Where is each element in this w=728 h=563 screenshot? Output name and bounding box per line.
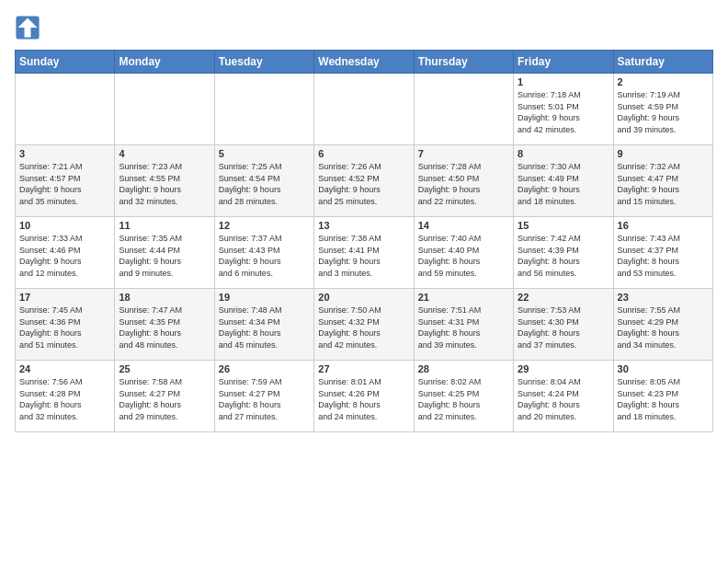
weekday-header: Friday <box>514 51 613 74</box>
day-number: 1 <box>518 76 609 87</box>
day-info: Sunrise: 7:38 AMSunset: 4:41 PMDaylight:… <box>318 233 409 279</box>
logo <box>15 15 44 40</box>
calendar-cell <box>115 74 214 145</box>
day-info: Sunrise: 7:47 AMSunset: 4:35 PMDaylight:… <box>119 304 210 350</box>
day-info: Sunrise: 8:04 AMSunset: 4:24 PMDaylight:… <box>518 376 609 422</box>
day-number: 4 <box>119 148 210 159</box>
day-number: 17 <box>19 292 110 303</box>
calendar-table: SundayMondayTuesdayWednesdayThursdayFrid… <box>15 50 713 432</box>
day-number: 13 <box>318 220 409 231</box>
calendar-cell: 15Sunrise: 7:42 AMSunset: 4:39 PMDayligh… <box>514 217 613 289</box>
weekday-header: Tuesday <box>214 51 313 74</box>
day-info: Sunrise: 7:40 AMSunset: 4:40 PMDaylight:… <box>418 233 509 279</box>
day-info: Sunrise: 7:21 AMSunset: 4:57 PMDaylight:… <box>19 161 110 207</box>
calendar-cell: 6Sunrise: 7:26 AMSunset: 4:52 PMDaylight… <box>314 145 414 217</box>
calendar-cell: 30Sunrise: 8:05 AMSunset: 4:23 PMDayligh… <box>613 361 712 432</box>
day-number: 12 <box>219 220 310 231</box>
weekday-header: Sunday <box>16 51 115 74</box>
day-number: 10 <box>19 220 110 231</box>
day-number: 30 <box>618 363 709 374</box>
calendar-cell: 10Sunrise: 7:33 AMSunset: 4:46 PMDayligh… <box>16 217 115 289</box>
calendar-cell: 8Sunrise: 7:30 AMSunset: 4:49 PMDaylight… <box>514 145 613 217</box>
day-info: Sunrise: 7:18 AMSunset: 5:01 PMDaylight:… <box>518 89 609 135</box>
day-number: 19 <box>219 292 310 303</box>
day-info: Sunrise: 7:45 AMSunset: 4:36 PMDaylight:… <box>19 304 110 350</box>
calendar-cell: 5Sunrise: 7:25 AMSunset: 4:54 PMDaylight… <box>214 145 313 217</box>
day-info: Sunrise: 7:35 AMSunset: 4:44 PMDaylight:… <box>119 233 210 279</box>
day-info: Sunrise: 7:25 AMSunset: 4:54 PMDaylight:… <box>219 161 310 207</box>
day-number: 15 <box>518 220 609 231</box>
calendar-cell: 18Sunrise: 7:47 AMSunset: 4:35 PMDayligh… <box>115 289 214 361</box>
day-info: Sunrise: 7:43 AMSunset: 4:37 PMDaylight:… <box>618 233 709 279</box>
weekday-header: Wednesday <box>314 51 414 74</box>
calendar-cell: 17Sunrise: 7:45 AMSunset: 4:36 PMDayligh… <box>16 289 115 361</box>
calendar-cell: 14Sunrise: 7:40 AMSunset: 4:40 PMDayligh… <box>414 217 513 289</box>
day-info: Sunrise: 7:19 AMSunset: 4:59 PMDaylight:… <box>618 89 709 135</box>
weekday-header: Saturday <box>613 51 712 74</box>
calendar-cell: 7Sunrise: 7:28 AMSunset: 4:50 PMDaylight… <box>414 145 513 217</box>
day-number: 2 <box>618 76 709 87</box>
calendar-cell: 4Sunrise: 7:23 AMSunset: 4:55 PMDaylight… <box>115 145 214 217</box>
day-number: 28 <box>418 363 509 374</box>
calendar-cell: 2Sunrise: 7:19 AMSunset: 4:59 PMDaylight… <box>613 74 712 145</box>
calendar-cell: 27Sunrise: 8:01 AMSunset: 4:26 PMDayligh… <box>314 361 414 432</box>
day-info: Sunrise: 7:48 AMSunset: 4:34 PMDaylight:… <box>219 304 310 350</box>
day-number: 22 <box>518 292 609 303</box>
calendar-cell: 23Sunrise: 7:55 AMSunset: 4:29 PMDayligh… <box>613 289 712 361</box>
calendar-cell: 11Sunrise: 7:35 AMSunset: 4:44 PMDayligh… <box>115 217 214 289</box>
calendar-cell: 20Sunrise: 7:50 AMSunset: 4:32 PMDayligh… <box>314 289 414 361</box>
calendar-cell: 28Sunrise: 8:02 AMSunset: 4:25 PMDayligh… <box>414 361 513 432</box>
day-info: Sunrise: 8:01 AMSunset: 4:26 PMDaylight:… <box>318 376 409 422</box>
calendar-cell <box>314 74 414 145</box>
calendar-cell: 1Sunrise: 7:18 AMSunset: 5:01 PMDaylight… <box>514 74 613 145</box>
calendar-week-row: 3Sunrise: 7:21 AMSunset: 4:57 PMDaylight… <box>16 145 713 217</box>
day-number: 11 <box>119 220 210 231</box>
day-number: 18 <box>119 292 210 303</box>
day-info: Sunrise: 7:32 AMSunset: 4:47 PMDaylight:… <box>618 161 709 207</box>
day-number: 24 <box>19 363 110 374</box>
calendar-cell: 16Sunrise: 7:43 AMSunset: 4:37 PMDayligh… <box>613 217 712 289</box>
day-info: Sunrise: 7:56 AMSunset: 4:28 PMDaylight:… <box>19 376 110 422</box>
day-number: 25 <box>119 363 210 374</box>
day-info: Sunrise: 7:51 AMSunset: 4:31 PMDaylight:… <box>418 304 509 350</box>
day-number: 5 <box>219 148 310 159</box>
calendar-cell: 21Sunrise: 7:51 AMSunset: 4:31 PMDayligh… <box>414 289 513 361</box>
day-number: 20 <box>318 292 409 303</box>
day-info: Sunrise: 7:37 AMSunset: 4:43 PMDaylight:… <box>219 233 310 279</box>
day-info: Sunrise: 8:02 AMSunset: 4:25 PMDaylight:… <box>418 376 509 422</box>
day-info: Sunrise: 7:58 AMSunset: 4:27 PMDaylight:… <box>119 376 210 422</box>
logo-icon <box>15 15 40 40</box>
day-info: Sunrise: 7:42 AMSunset: 4:39 PMDaylight:… <box>518 233 609 279</box>
day-info: Sunrise: 7:33 AMSunset: 4:46 PMDaylight:… <box>19 233 110 279</box>
calendar-cell: 13Sunrise: 7:38 AMSunset: 4:41 PMDayligh… <box>314 217 414 289</box>
day-number: 26 <box>219 363 310 374</box>
day-info: Sunrise: 7:55 AMSunset: 4:29 PMDaylight:… <box>618 304 709 350</box>
calendar-cell: 25Sunrise: 7:58 AMSunset: 4:27 PMDayligh… <box>115 361 214 432</box>
day-info: Sunrise: 7:28 AMSunset: 4:50 PMDaylight:… <box>418 161 509 207</box>
calendar-cell: 9Sunrise: 7:32 AMSunset: 4:47 PMDaylight… <box>613 145 712 217</box>
calendar-cell: 26Sunrise: 7:59 AMSunset: 4:27 PMDayligh… <box>214 361 313 432</box>
calendar-cell <box>214 74 313 145</box>
calendar-cell: 19Sunrise: 7:48 AMSunset: 4:34 PMDayligh… <box>214 289 313 361</box>
calendar-week-row: 10Sunrise: 7:33 AMSunset: 4:46 PMDayligh… <box>16 217 713 289</box>
day-info: Sunrise: 7:23 AMSunset: 4:55 PMDaylight:… <box>119 161 210 207</box>
day-number: 14 <box>418 220 509 231</box>
calendar-cell: 24Sunrise: 7:56 AMSunset: 4:28 PMDayligh… <box>16 361 115 432</box>
day-info: Sunrise: 7:53 AMSunset: 4:30 PMDaylight:… <box>518 304 609 350</box>
day-info: Sunrise: 7:50 AMSunset: 4:32 PMDaylight:… <box>318 304 409 350</box>
day-number: 8 <box>518 148 609 159</box>
weekday-header: Monday <box>115 51 214 74</box>
page-header <box>15 15 713 40</box>
page-container: SundayMondayTuesdayWednesdayThursdayFrid… <box>0 0 728 440</box>
day-number: 21 <box>418 292 509 303</box>
day-info: Sunrise: 7:30 AMSunset: 4:49 PMDaylight:… <box>518 161 609 207</box>
day-number: 29 <box>518 363 609 374</box>
weekday-header: Thursday <box>414 51 513 74</box>
day-info: Sunrise: 7:26 AMSunset: 4:52 PMDaylight:… <box>318 161 409 207</box>
calendar-week-row: 1Sunrise: 7:18 AMSunset: 5:01 PMDaylight… <box>16 74 713 145</box>
day-info: Sunrise: 7:59 AMSunset: 4:27 PMDaylight:… <box>219 376 310 422</box>
day-number: 3 <box>19 148 110 159</box>
calendar-cell <box>16 74 115 145</box>
calendar-week-row: 17Sunrise: 7:45 AMSunset: 4:36 PMDayligh… <box>16 289 713 361</box>
day-number: 9 <box>618 148 709 159</box>
